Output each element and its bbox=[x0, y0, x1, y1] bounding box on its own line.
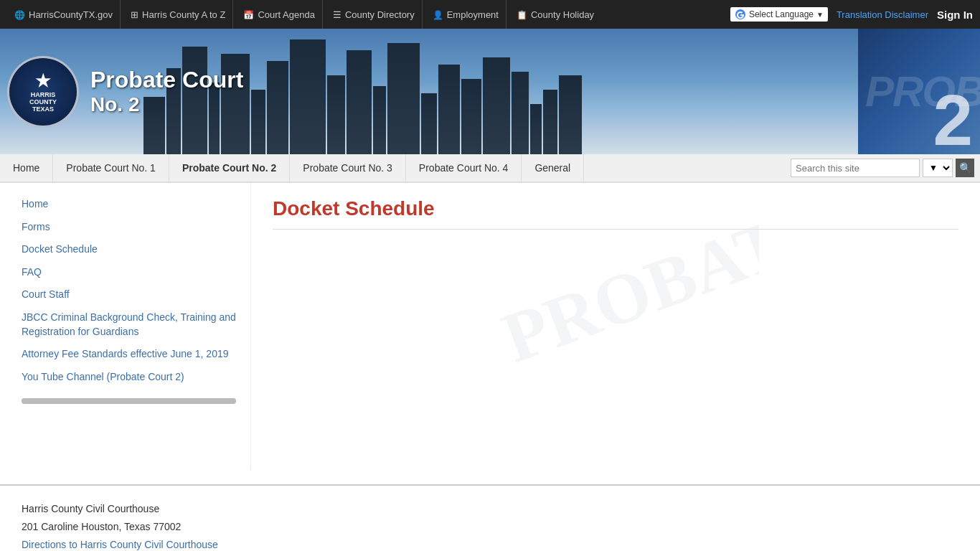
sidebar-link-docket[interactable]: Docket Schedule bbox=[22, 243, 98, 255]
sidebar-link-faq[interactable]: FAQ bbox=[22, 266, 42, 278]
main-nav: Home Probate Court No. 1 Probate Court N… bbox=[0, 154, 980, 183]
top-bar-links: HarrisCountyTX.gov Harris County A to Z … bbox=[7, 0, 730, 29]
calendar-icon bbox=[243, 9, 254, 20]
topbar-link-label: County Holiday bbox=[531, 9, 594, 20]
sidebar-item-home: Home bbox=[22, 197, 236, 212]
topbar-link-label: Harris County A to Z bbox=[142, 9, 225, 20]
nav-link-home[interactable]: Home bbox=[0, 154, 53, 182]
main-nav-links: Home Probate Court No. 1 Probate Court N… bbox=[0, 154, 785, 182]
grid-icon bbox=[131, 9, 138, 20]
sidebar-item-youtube: You Tube Channel (Probate Court 2) bbox=[22, 370, 236, 385]
sidebar: Home Forms Docket Schedule FAQ Court Sta… bbox=[0, 183, 251, 470]
content-wrapper: Home Forms Docket Schedule FAQ Court Sta… bbox=[0, 183, 980, 470]
footer-directions-link[interactable]: Directions to Harris County Civil Courth… bbox=[22, 539, 218, 550]
sidebar-item-court-staff: Court Staff bbox=[22, 288, 236, 302]
sidebar-link-attorney-fee[interactable]: Attorney Fee Standards effective June 1,… bbox=[22, 348, 228, 359]
google-translate-widget[interactable]: Select Language ▼ bbox=[730, 7, 828, 22]
topbar-link-label: HarrisCountyTX.gov bbox=[29, 9, 113, 20]
top-bar: HarrisCountyTX.gov Harris County A to Z … bbox=[0, 0, 980, 29]
topbar-link-county-directory[interactable]: County Directory bbox=[326, 0, 423, 29]
topbar-link-harris-atoz[interactable]: Harris County A to Z bbox=[123, 0, 233, 29]
logo-area: ★ HARRIS COUNTY TEXAS Probate Court No. … bbox=[7, 56, 243, 128]
seal-star-icon: ★ bbox=[35, 71, 51, 91]
seal-texas: TEXAS bbox=[32, 105, 54, 113]
sidebar-scrollbar bbox=[22, 398, 236, 404]
topbar-link-label: Employment bbox=[447, 9, 499, 20]
sidebar-scrollbar-thumb bbox=[22, 398, 236, 404]
topbar-link-county-holiday[interactable]: County Holiday bbox=[509, 0, 601, 29]
footer-address: Harris County Civil Courthouse 201 Carol… bbox=[22, 500, 958, 551]
seal-harris: HARRIS bbox=[31, 91, 56, 98]
court-title-line1: Probate Court bbox=[90, 67, 243, 93]
sidebar-item-faq: FAQ bbox=[22, 265, 236, 280]
sidebar-link-court-staff[interactable]: Court Staff bbox=[22, 288, 70, 300]
nav-link-pc3[interactable]: Probate Court No. 3 bbox=[290, 154, 406, 182]
search-button[interactable]: 🔍 bbox=[956, 159, 974, 177]
topbar-link-label: Court Agenda bbox=[258, 9, 315, 20]
search-area: ▼ 🔍 bbox=[785, 159, 980, 177]
top-bar-right: Select Language ▼ Translation Disclaimer… bbox=[730, 7, 973, 22]
sidebar-link-jbcc[interactable]: JBCC Criminal Background Check, Training… bbox=[22, 311, 236, 337]
sidebar-link-home[interactable]: Home bbox=[22, 198, 48, 209]
footer: Harris County Civil Courthouse 201 Carol… bbox=[0, 484, 980, 551]
page-title: Docket Schedule bbox=[273, 197, 958, 230]
sidebar-item-jbcc: JBCC Criminal Background Check, Training… bbox=[22, 311, 236, 339]
select-language-label: Select Language bbox=[749, 9, 814, 19]
topbar-link-harriscountytx[interactable]: HarrisCountyTX.gov bbox=[7, 0, 121, 29]
holiday-icon bbox=[517, 9, 527, 20]
main-content: Docket Schedule bbox=[251, 183, 980, 470]
sidebar-item-forms: Forms bbox=[22, 220, 236, 235]
footer-address-line1: Harris County Civil Courthouse bbox=[22, 500, 958, 518]
sidebar-nav: Home Forms Docket Schedule FAQ Court Sta… bbox=[22, 197, 236, 384]
sign-in-link[interactable]: Sign In bbox=[937, 9, 973, 21]
court-title-line2: No. 2 bbox=[90, 93, 243, 116]
translation-disclaimer-link[interactable]: Translation Disclaimer bbox=[837, 9, 928, 20]
sidebar-link-forms[interactable]: Forms bbox=[22, 221, 50, 232]
sidebar-item-docket: Docket Schedule bbox=[22, 242, 236, 257]
site-header: PROBATE 2 ★ HARRIS COUNTY TEXAS Probate … bbox=[0, 29, 980, 154]
list-icon bbox=[333, 9, 341, 20]
sidebar-link-youtube[interactable]: You Tube Channel (Probate Court 2) bbox=[22, 371, 184, 382]
search-input[interactable] bbox=[791, 159, 920, 177]
probate-number: 2 bbox=[933, 79, 973, 154]
footer-address-line2: 201 Caroline Houston, Texas 77002 bbox=[22, 518, 958, 536]
topbar-link-label: County Directory bbox=[345, 9, 415, 20]
sidebar-item-attorney-fee: Attorney Fee Standards effective June 1,… bbox=[22, 347, 236, 362]
person-icon bbox=[433, 9, 443, 20]
google-g-icon bbox=[735, 9, 746, 20]
skyline-buildings bbox=[143, 39, 980, 154]
nav-link-pc2[interactable]: Probate Court No. 2 bbox=[169, 154, 290, 182]
court-title: Probate Court No. 2 bbox=[90, 67, 243, 116]
probate2-badge: PROBATE 2 bbox=[858, 29, 980, 154]
search-dropdown[interactable]: ▼ bbox=[923, 159, 953, 177]
globe-icon bbox=[14, 9, 25, 20]
nav-link-pc1[interactable]: Probate Court No. 1 bbox=[53, 154, 169, 182]
chevron-down-icon: ▼ bbox=[816, 11, 824, 19]
topbar-link-employment[interactable]: Employment bbox=[425, 0, 507, 29]
topbar-link-court-agenda[interactable]: Court Agenda bbox=[236, 0, 323, 29]
nav-link-general[interactable]: General bbox=[522, 154, 584, 182]
county-seal: ★ HARRIS COUNTY TEXAS bbox=[7, 56, 79, 128]
search-icon: 🔍 bbox=[959, 162, 971, 174]
nav-link-pc4[interactable]: Probate Court No. 4 bbox=[406, 154, 522, 182]
seal-county: COUNTY bbox=[29, 98, 57, 105]
